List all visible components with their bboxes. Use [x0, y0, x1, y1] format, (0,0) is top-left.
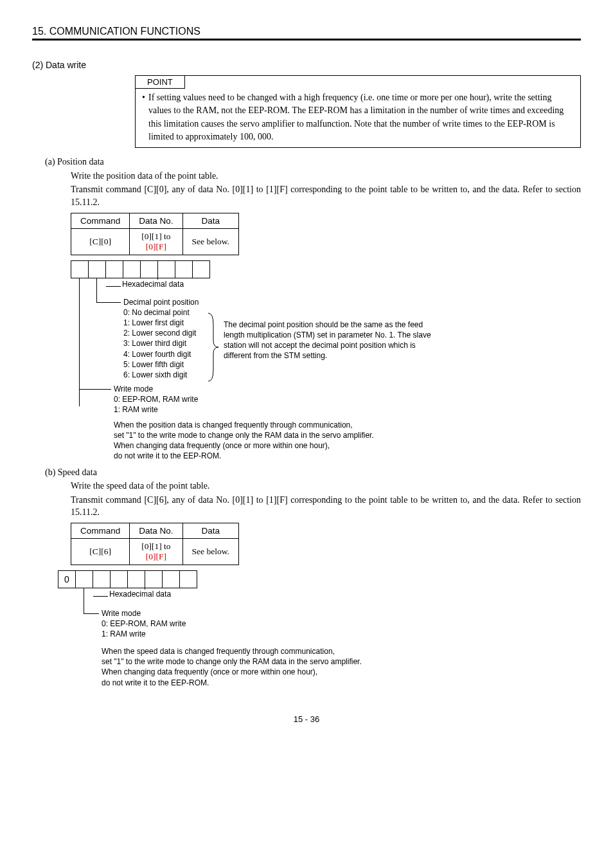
point-box: POINT • If setting values need to be cha…	[135, 75, 581, 148]
section-2-heading: (2) Data write	[32, 60, 581, 70]
a-line2: Transmit command [C][0], any of data No.…	[71, 183, 581, 208]
a-hconn-wm	[79, 389, 111, 390]
b-td-data: See below.	[182, 538, 238, 565]
a-td-datano: [0][1] to [0][F]	[130, 228, 182, 255]
bullet-dot: •	[142, 91, 148, 143]
a-brace	[207, 312, 220, 385]
a-th-data: Data	[182, 213, 238, 228]
a-dp-block: Decimal point position 0: No decimal poi…	[123, 297, 199, 381]
page-header: 15. COMMUNICATION FUNCTIONS	[32, 26, 581, 37]
b-line2: Transmit command [C][6], any of data No.…	[71, 494, 581, 519]
b-note-block: When the speed data is changed frequentl…	[102, 646, 362, 688]
b-line1: Write the speed data of the point table.	[71, 480, 581, 493]
a-td-command: [C][0]	[71, 228, 130, 255]
page-number: 15 - 36	[32, 714, 581, 724]
b-byte-cells: 0	[58, 570, 197, 588]
a-line1: Write the position data of the point tab…	[71, 170, 581, 183]
b-td-command: [C][6]	[71, 538, 130, 565]
a-th-command: Command	[71, 213, 130, 228]
a-diagram: Hexadecimal data Decimal point position …	[71, 260, 581, 453]
b-td-datano: [0][1] to [0][F]	[130, 538, 182, 565]
b-wm-block: Write mode 0: EEP-ROM, RAM write 1: RAM …	[102, 608, 186, 640]
point-text: If setting values need to be changed wit…	[148, 91, 574, 143]
a-vline-1	[79, 278, 80, 406]
b-th-datano: Data No.	[130, 523, 182, 538]
a-command-table: Command Data No. Data [C][0] [0][1] to […	[71, 213, 239, 255]
a-heading: (a) Position data	[45, 156, 581, 168]
b-diagram: 0 Hexadecimal data Write mode 0: EEP-ROM…	[58, 570, 581, 699]
b-th-data: Data	[182, 523, 238, 538]
a-byte-cells	[71, 260, 210, 278]
a-vline-2	[96, 278, 97, 302]
b-vline-1	[84, 588, 84, 613]
a-hconn-dp	[96, 302, 121, 303]
b-hex-label: Hexadecimal data	[108, 590, 172, 599]
b-th-command: Command	[71, 523, 130, 538]
b-heading: (b) Speed data	[45, 466, 581, 479]
a-td-data: See below.	[182, 228, 238, 255]
a-hex-label: Hexadecimal data	[121, 280, 185, 289]
a-th-datano: Data No.	[130, 213, 182, 228]
b-cell-0: 0	[58, 571, 76, 588]
a-side-note: The decimal point position should be the…	[224, 320, 436, 361]
b-command-table: Command Data No. Data [C][6] [0][1] to […	[71, 523, 239, 565]
a-note-block: When the position data is changed freque…	[114, 420, 374, 462]
b-hconn-wm	[84, 613, 99, 614]
a-wm-block: Write mode 0: EEP-ROM, RAM write 1: RAM …	[114, 384, 198, 415]
point-label: POINT	[136, 76, 185, 89]
header-rule	[32, 39, 581, 41]
